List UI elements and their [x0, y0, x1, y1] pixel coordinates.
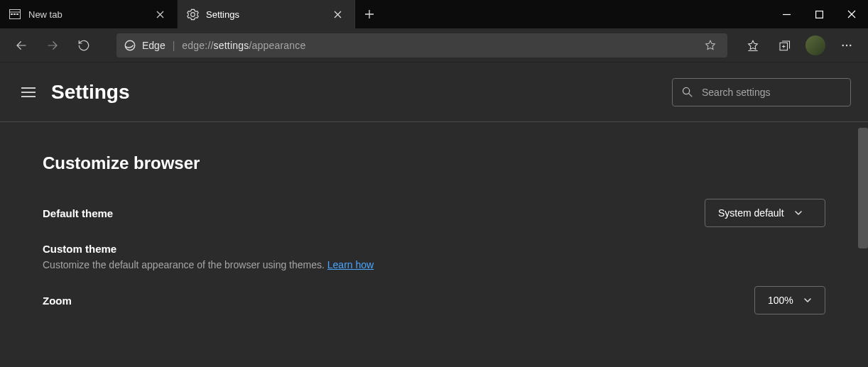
search-icon — [681, 86, 693, 98]
tab-label: New tab — [28, 9, 151, 20]
window-controls — [770, 0, 868, 28]
learn-how-link[interactable]: Learn how — [327, 259, 374, 270]
svg-rect-4 — [16, 13, 18, 15]
svg-line-17 — [689, 94, 692, 97]
select-value: System default — [718, 207, 784, 219]
default-theme-label: Default theme — [43, 207, 113, 219]
svg-point-11 — [846, 44, 847, 45]
favorites-button[interactable] — [740, 33, 766, 58]
maximize-button[interactable] — [803, 0, 835, 28]
new-tab-button[interactable] — [355, 0, 384, 28]
tab-new-tab[interactable]: New tab — [0, 0, 178, 28]
zoom-label: Zoom — [43, 295, 72, 307]
tab-label: Settings — [206, 9, 329, 20]
search-input[interactable] — [702, 87, 842, 98]
custom-theme-label: Custom theme — [43, 243, 374, 255]
svg-rect-6 — [815, 11, 823, 18]
custom-theme-row: Custom theme Customize the default appea… — [43, 243, 825, 270]
zoom-select[interactable]: 100% — [754, 286, 825, 314]
svg-rect-2 — [11, 13, 13, 15]
svg-point-10 — [842, 44, 844, 45]
profile-avatar[interactable] — [805, 35, 825, 55]
search-settings[interactable] — [672, 78, 851, 106]
settings-content: Customize browser Default theme System d… — [0, 122, 868, 367]
page-title: Settings — [51, 81, 129, 104]
tab-settings[interactable]: Settings — [178, 0, 355, 28]
chevron-down-icon — [803, 296, 812, 305]
default-theme-select[interactable]: System default — [705, 199, 825, 227]
gear-icon — [186, 8, 199, 21]
collections-button[interactable] — [771, 33, 797, 58]
close-icon[interactable] — [329, 6, 346, 23]
scrollbar-thumb[interactable] — [858, 128, 868, 248]
section-heading: Customize browser — [43, 153, 825, 173]
more-button[interactable] — [834, 33, 859, 58]
zoom-row: Zoom 100% — [43, 286, 825, 314]
forward-button[interactable] — [40, 33, 65, 58]
site-name: Edge — [142, 40, 166, 51]
site-identity[interactable]: Edge — [124, 39, 166, 52]
separator: | — [173, 40, 175, 51]
default-theme-row: Default theme System default — [43, 199, 825, 227]
minimize-button[interactable] — [770, 0, 803, 28]
url-text: edge://settings/appearance — [182, 40, 305, 51]
svg-point-12 — [850, 44, 851, 45]
address-bar[interactable]: Edge | edge://settings/appearance — [116, 33, 727, 57]
toolbar: Edge | edge://settings/appearance — [0, 28, 868, 62]
favorite-star-icon[interactable] — [700, 33, 720, 58]
back-button[interactable] — [9, 33, 34, 58]
edge-logo-icon — [124, 39, 136, 52]
refresh-button[interactable] — [71, 33, 97, 58]
close-window-button[interactable] — [835, 0, 868, 28]
title-bar: New tab Settings — [0, 0, 868, 28]
settings-header: Settings — [0, 62, 868, 122]
select-value: 100% — [768, 295, 793, 306]
svg-rect-3 — [13, 13, 16, 15]
custom-theme-desc: Customize the default appearance of the … — [43, 259, 374, 270]
menu-button[interactable] — [17, 81, 40, 104]
newtab-page-icon — [9, 8, 21, 21]
chevron-down-icon — [794, 209, 803, 217]
close-icon[interactable] — [151, 6, 168, 23]
